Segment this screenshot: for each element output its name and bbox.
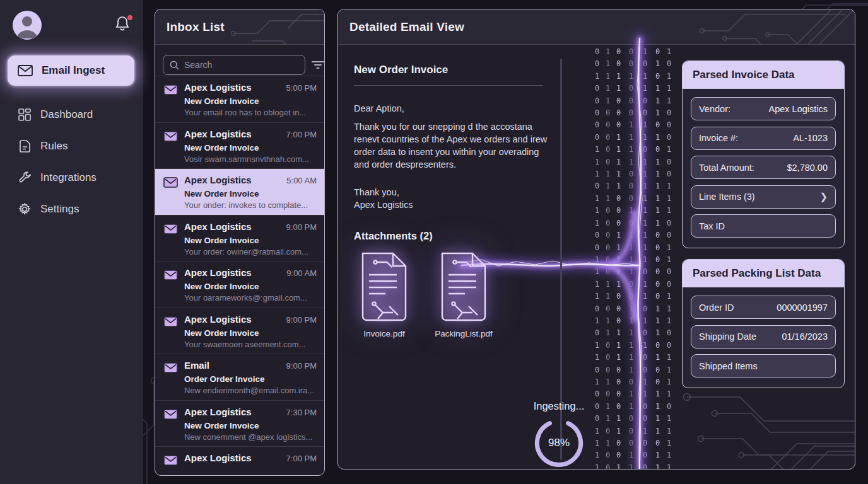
sidebar-item-email-ingest[interactable]: Email Ingest	[8, 55, 134, 86]
envelope-icon	[163, 362, 178, 373]
email-time: 5:00 PM	[286, 83, 317, 93]
email-time: 5:00 AM	[286, 176, 317, 185]
field-label: Shipping Date	[699, 331, 756, 342]
notification-bell-icon[interactable]	[115, 15, 132, 34]
email-signature: Apex Logistics	[354, 199, 548, 211]
email-sender: Apex Logistics	[184, 314, 252, 325]
parsed-field[interactable]: Shipped Items	[691, 354, 836, 377]
attachment-invoice-pdf[interactable]: Invoice.pdf	[354, 251, 414, 338]
email-subject: New Order Invoice	[184, 236, 317, 245]
email-list-item[interactable]: Apex Logistics 5:00 AM New Order Invoice…	[155, 169, 324, 216]
email-snippet: New conemment @apex logistics...	[184, 432, 317, 442]
sidebar-item-integrations[interactable]: Integrations	[8, 164, 134, 192]
sidebar-item-rules[interactable]: Rules	[8, 132, 134, 160]
attachments-label: Attachments (2)	[354, 230, 548, 242]
field-value: AL-1023	[793, 133, 828, 143]
inbox-title: Inbox List	[167, 20, 225, 34]
dashboard-icon	[18, 108, 32, 121]
email-sender: Apex Logistics	[184, 267, 252, 278]
parsed-field[interactable]: Total Amount: $2,780.00	[691, 156, 836, 179]
search-box[interactable]	[163, 55, 305, 75]
email-snippet: Vosir swam.sarmnsnvthnah.com...	[184, 154, 317, 164]
detail-panel: Detailed Email View 0 0 1 0 0 0 0 0 1 1 …	[337, 9, 855, 470]
field-value: 0000001997	[777, 302, 828, 313]
email-sender: Apex Logistics	[184, 406, 252, 417]
avatar[interactable]	[13, 11, 42, 40]
gear-icon	[18, 203, 32, 216]
email-time: 7:00 PM	[286, 454, 317, 463]
email-subject: New Order Invoice	[184, 189, 317, 199]
email-subject: New Order Invoice	[184, 328, 317, 338]
email-content: New Order Invoice Dear Aption, Thank you…	[354, 64, 548, 338]
email-time: 7:00 PM	[286, 130, 317, 139]
circuit-decor-detail-bottom-right	[666, 381, 855, 469]
circuit-decor-inbox-header	[230, 9, 324, 44]
email-subject: New Order Invoice	[184, 143, 317, 153]
email-list-item[interactable]: Apex Logistics 5:00 PM New Order Invoice…	[155, 76, 324, 123]
email-time: 7:30 PM	[286, 408, 317, 417]
field-label: Line Items (3)	[699, 192, 755, 202]
parsed-field[interactable]: Line Items (3) ❯	[691, 185, 836, 209]
email-subject: New Order Invoice	[184, 421, 317, 430]
parsed-field[interactable]: Invoice #: AL-1023	[691, 127, 836, 150]
email-snippet: Your oarameworks@:gmail.com...	[184, 293, 317, 302]
email-list-item[interactable]: Apex Logistics 9:00 PM New Order Invoice…	[155, 308, 324, 355]
parsed-field[interactable]: Vendor: Apex Logistics	[691, 97, 836, 120]
attachment-packinglist-pdf[interactable]: PackingList.pdf	[433, 251, 494, 338]
email-list-item[interactable]: Email 9:00 PM Order Order Invoice New en…	[155, 354, 324, 401]
sidebar-item-settings[interactable]: Settings	[8, 195, 134, 223]
field-label: Invoice #:	[699, 133, 738, 143]
parsed-packing-title: Parsed Packing List Data	[683, 260, 844, 287]
circuit-decor-detail-header	[697, 9, 855, 44]
search-input[interactable]	[184, 60, 298, 70]
attachment-name: PackingList.pdf	[433, 329, 494, 338]
detail-header: Detailed Email View	[338, 9, 855, 45]
email-time: 9:00 PM	[286, 315, 317, 325]
sidebar-item-dashboard[interactable]: Dashboard	[8, 101, 134, 129]
email-list-item[interactable]: Apex Logistics 7:30 PM New Order Invoice…	[155, 401, 324, 447]
parsed-field[interactable]: Tax ID	[691, 214, 836, 238]
attachments-row: Invoice.pdf PackingList.pdf	[354, 251, 548, 338]
wrench-icon	[18, 171, 32, 184]
parsed-field[interactable]: Order ID 0000001997	[691, 296, 836, 319]
filter-icon[interactable]	[312, 57, 324, 73]
sidebar-item-label: Rules	[40, 140, 67, 153]
email-sender: Apex Logistics	[184, 221, 252, 232]
email-sender: Apex Logistics	[184, 452, 252, 463]
email-list-item[interactable]: Apex Logistics 9:00 PM New Order Invoice…	[155, 216, 324, 262]
email-list-item[interactable]: Apex Logistics 7:00 PM New Order Invoice…	[155, 123, 324, 170]
envelope-icon	[163, 316, 178, 327]
email-subject: Order Order Invoice	[184, 374, 317, 384]
email-list-item[interactable]: Apex Logistics 9:00 AM New Order Invoice…	[155, 262, 324, 308]
sidebar-item-label: Dashboard	[40, 108, 93, 121]
parsed-field[interactable]: Shipping Date 01/16/2023	[691, 325, 836, 349]
email-snippet: Your email roo has to obloget in...	[184, 108, 317, 117]
divider	[354, 85, 543, 86]
field-label: Total Amount:	[699, 163, 754, 173]
parsed-invoice-card: Parsed Invoice Data Vendor: Apex Logisti…	[682, 60, 845, 248]
detail-title: Detailed Email View	[349, 20, 464, 34]
field-label: Shipped Items	[699, 361, 758, 371]
field-value: $2,780.00	[787, 163, 828, 173]
email-snippet: New endierimonth@email.com.ira...	[184, 386, 317, 395]
email-time: 9:00 AM	[286, 268, 317, 278]
inbox-header: Inbox List	[155, 9, 324, 45]
invoice-fields: Vendor: Apex Logistics Invoice #: AL-102…	[683, 89, 844, 248]
field-label: Tax ID	[699, 221, 725, 231]
chevron-right-icon: ❯	[819, 191, 828, 202]
email-snippet: Your order: owiner@ratmail.com...	[184, 247, 317, 256]
parsed-invoice-title: Parsed Invoice Data	[683, 61, 844, 89]
email-sender: Apex Logistics	[184, 129, 252, 139]
sidebar: Email Ingest Dashboard Rules Integration…	[0, 0, 143, 484]
envelope-icon	[163, 131, 178, 142]
email-subject-title: New Order Invoice	[354, 64, 548, 76]
email-list-item[interactable]: Apex Logistics 7:00 PM	[155, 447, 324, 476]
pdf-document-icon	[433, 251, 494, 323]
field-value: Apex Logistics	[769, 104, 828, 114]
email-greeting: Dear Aption,	[354, 102, 548, 115]
sidebar-item-label: Integrations	[40, 171, 97, 184]
sidebar-item-label: Email Ingest	[42, 64, 105, 77]
field-label: Vendor:	[699, 104, 730, 114]
mail-icon	[18, 65, 33, 76]
document-icon	[18, 140, 32, 153]
